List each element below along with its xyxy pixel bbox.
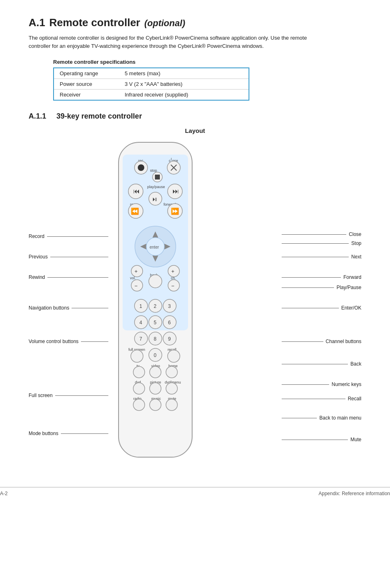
- svg-point-71: [133, 366, 145, 378]
- label-main-menu: Back to main menu: [282, 415, 361, 421]
- spec-value: Infrared receiver (supplied): [119, 90, 249, 101]
- label-navigation: Navigation buttons: [29, 305, 108, 311]
- svg-text:⏯: ⏯: [152, 195, 158, 202]
- footer-page-number: A-2: [0, 491, 8, 496]
- subsection-title: A.1.1 39-key remote controller: [29, 112, 361, 121]
- svg-text:3: 3: [168, 303, 171, 309]
- svg-text:0: 0: [154, 352, 157, 358]
- diagram-area: rec close stop ⏮ play/pause: [29, 138, 361, 474]
- label-stop: Stop: [282, 240, 361, 246]
- page-content: A.1 Remote controller (optional) The opt…: [0, 0, 390, 498]
- svg-text:⏩: ⏩: [171, 207, 179, 215]
- svg-text:5: 5: [154, 320, 157, 325]
- subsection-number: A.1.1: [29, 112, 46, 120]
- section-number: A.1: [29, 16, 45, 29]
- label-numeric: Numeric keys: [282, 382, 361, 387]
- svg-text:4: 4: [139, 320, 142, 325]
- label-close: Close: [282, 231, 361, 237]
- label-channel: Channel buttons: [282, 339, 361, 344]
- svg-point-65: [131, 350, 143, 362]
- svg-point-75: [166, 366, 177, 378]
- svg-text:−: −: [171, 283, 175, 289]
- spec-value: 3 V (2 x "AAA" batteries): [119, 79, 249, 90]
- svg-point-69: [168, 350, 180, 362]
- svg-text:⏮: ⏮: [133, 188, 140, 195]
- svg-text:enter: enter: [150, 245, 159, 249]
- svg-text:6: 6: [168, 320, 171, 325]
- label-enter: Enter/OK: [282, 305, 361, 311]
- section-title-optional: (optional): [144, 18, 185, 29]
- label-next: Next: [282, 254, 361, 260]
- section-title-text: Remote controller: [49, 16, 140, 29]
- footer-section-label: Appendix: Reference information: [318, 491, 390, 496]
- label-volume: Volume control buttons: [29, 339, 108, 344]
- svg-text:⏪: ⏪: [131, 207, 139, 215]
- label-recall: Recall: [282, 396, 361, 402]
- remote-controller-image: rec close stop ⏮ play/pause: [110, 138, 200, 475]
- layout-title: Layout: [29, 127, 361, 134]
- intro-paragraph: The optional remote controller is design…: [29, 34, 315, 50]
- spec-row: Operating range5 meters (max): [54, 68, 249, 79]
- svg-text:8: 8: [154, 336, 157, 342]
- svg-text:l: l: [171, 157, 172, 162]
- label-record: Record: [29, 233, 108, 239]
- label-mode: Mode buttons: [29, 431, 108, 436]
- label-rewind: Rewind: [29, 274, 108, 280]
- label-back: Back: [282, 361, 361, 367]
- svg-point-87: [166, 399, 177, 411]
- spec-label: Power source: [54, 79, 119, 90]
- svg-point-40: [149, 275, 162, 288]
- spec-value: 5 meters (max): [119, 68, 249, 79]
- svg-point-77: [133, 383, 145, 394]
- svg-point-4: [138, 164, 144, 171]
- section-title: A.1 Remote controller (optional): [29, 16, 361, 29]
- svg-text:−: −: [134, 283, 138, 289]
- svg-text:play/pause: play/pause: [147, 185, 165, 189]
- svg-point-83: [133, 399, 145, 411]
- spec-row: Power source3 V (2 x "AAA" batteries): [54, 79, 249, 90]
- svg-text:1: 1: [139, 303, 142, 309]
- svg-text:+: +: [134, 268, 138, 274]
- spec-table: Operating range5 meters (max)Power sourc…: [53, 67, 249, 101]
- footer: A-2 Appendix: Reference information: [0, 487, 390, 498]
- svg-text:+: +: [171, 268, 175, 274]
- svg-text:7: 7: [139, 336, 142, 342]
- svg-text:⏭: ⏭: [173, 188, 179, 195]
- label-mute: Mute: [282, 437, 361, 442]
- svg-text:stop: stop: [150, 168, 157, 173]
- svg-rect-13: [155, 175, 160, 180]
- svg-point-81: [166, 383, 177, 394]
- svg-point-79: [150, 383, 161, 394]
- spec-label: Operating range: [54, 68, 119, 79]
- label-previous: Previous: [29, 254, 108, 260]
- spec-row: ReceiverInfrared receiver (supplied): [54, 90, 249, 101]
- svg-point-73: [150, 366, 161, 378]
- subsection-title-text: 39-key remote controller: [56, 112, 142, 120]
- label-forward: Forward: [282, 274, 361, 280]
- svg-text:2: 2: [154, 303, 157, 309]
- spec-label: Receiver: [54, 90, 119, 101]
- label-fullscreen: Full screen: [29, 393, 108, 398]
- svg-point-85: [150, 399, 161, 411]
- label-playpause: Play/Pause: [282, 285, 361, 290]
- svg-text:9: 9: [168, 336, 171, 342]
- spec-section: Remote controller specifications Operati…: [53, 59, 361, 101]
- spec-heading: Remote controller specifications: [53, 59, 361, 65]
